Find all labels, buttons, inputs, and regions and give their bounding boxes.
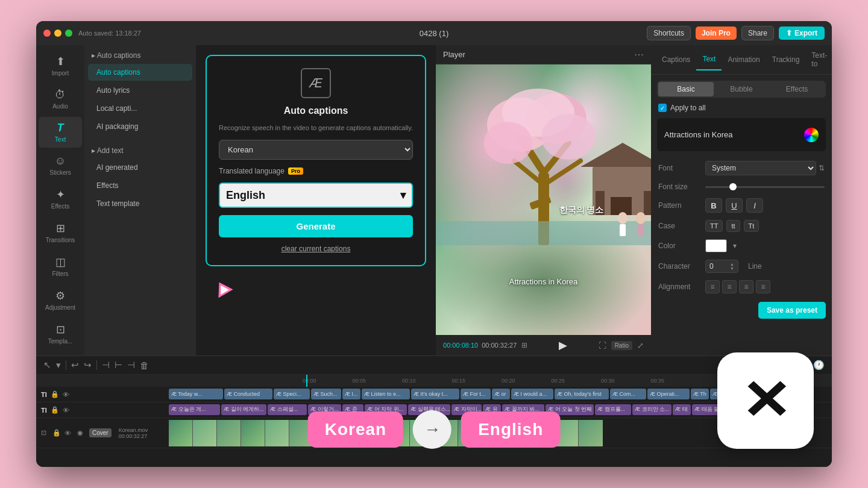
track-visibility-icon2[interactable]: 👁 (63, 407, 69, 414)
clip-ko-3[interactable]: Æ 스페셜... (268, 404, 307, 415)
clip-ko-5[interactable]: Æ 준 (342, 404, 363, 415)
align-left-button[interactable]: ≡ (705, 280, 720, 293)
color-swatch[interactable] (705, 239, 727, 252)
tab-animation[interactable]: Animation (722, 49, 766, 70)
minimize-button[interactable] (54, 30, 61, 37)
tool-filters[interactable]: ◫ Filters (39, 251, 82, 282)
clip-ko-13[interactable]: Æ 코리안 소... (632, 404, 671, 415)
char-down-icon[interactable]: ▼ (730, 266, 734, 271)
clip-en-2[interactable]: Æ Conducted (224, 389, 272, 399)
export-button[interactable]: ⬆ Export (779, 27, 825, 40)
redo-icon[interactable]: ↪ (84, 360, 92, 371)
shortcuts-button[interactable]: Shortcuts (647, 26, 691, 40)
track-lock-video-icon[interactable]: 🔒 (52, 429, 61, 437)
trim-left-icon[interactable]: ⊢ (115, 360, 122, 371)
align-center-button[interactable]: ≡ (722, 280, 737, 293)
dropdown-tool-icon[interactable]: ▾ (56, 360, 61, 371)
tab-tracking[interactable]: Tracking (766, 49, 806, 70)
tool-stickers[interactable]: ☺ Stickers (39, 150, 82, 181)
track-vis-video-icon[interactable]: 👁 (64, 430, 71, 437)
sidebar-item-auto-captions[interactable]: Auto captions (88, 64, 192, 81)
titlecase-button[interactable]: Tt (744, 220, 760, 232)
track-lock-icon2[interactable]: 🔒 (51, 406, 59, 414)
italic-button[interactable]: I (746, 198, 763, 213)
clip-ko-4[interactable]: Æ 이렇거... (308, 404, 341, 415)
play-button[interactable]: ▶ (559, 339, 567, 352)
clip-en-9[interactable]: Æ or (492, 389, 510, 399)
fontsize-slider[interactable] (705, 186, 825, 188)
fullscreen-button[interactable] (65, 30, 72, 37)
character-input[interactable]: 0 ▲ ▼ (705, 260, 738, 273)
clip-en-8[interactable]: Æ For t... (461, 389, 491, 399)
player-menu-icon[interactable]: ⋯ (634, 49, 644, 60)
split-icon[interactable]: ⊣ (102, 360, 110, 371)
ratio-button[interactable]: Ratio (611, 341, 632, 350)
clock-icon[interactable]: 🕐 (813, 360, 825, 371)
tab-captions[interactable]: Captions (656, 49, 696, 70)
style-tab-effects[interactable]: Effects (769, 82, 825, 96)
translated-lang-select[interactable]: English ▾ (219, 183, 413, 208)
clip-ko-2[interactable]: Æ 길이 에게하... (221, 404, 266, 415)
align-justify-button[interactable]: ≡ (756, 280, 770, 293)
clip-ko-8[interactable]: Æ 자막이... (451, 404, 482, 415)
clip-ko-9[interactable]: Æ 유 (483, 404, 501, 415)
clip-ko-11[interactable]: Æ 어 오늘 첫 번째 게... (546, 404, 594, 415)
track-lock-icon[interactable]: 🔒 (51, 390, 59, 398)
font-select[interactable]: System (705, 161, 816, 175)
save-preset-button[interactable]: Save as preset (758, 302, 826, 319)
sidebar-item-text-template[interactable]: Text template (88, 195, 192, 212)
sidebar-item-ai-packaging[interactable]: AI packaging (88, 118, 192, 135)
tool-import[interactable]: ⬆ Import (39, 50, 82, 81)
trim-right-icon[interactable]: ⊣ (127, 360, 135, 371)
slider-thumb[interactable] (729, 183, 737, 190)
tab-text[interactable]: Text (696, 49, 722, 70)
share-button[interactable]: Share (741, 26, 774, 40)
clip-en-1[interactable]: Æ Today w... (169, 389, 223, 399)
apply-all-checkbox[interactable]: ✓ (658, 104, 667, 112)
style-tab-basic[interactable]: Basic (658, 82, 714, 96)
clip-en-3[interactable]: Æ Speci... (274, 389, 310, 399)
clip-en-4[interactable]: Æ Such... (311, 389, 341, 399)
clip-en-7[interactable]: Æ It's okay t... (411, 389, 459, 399)
clear-captions-link[interactable]: clear current captions (281, 245, 351, 253)
uppercase-button[interactable]: TT (705, 220, 723, 232)
undo-icon[interactable]: ↩ (71, 360, 79, 371)
sidebar-item-auto-lyrics[interactable]: Auto lyrics (88, 82, 192, 99)
fullscreen-player-icon[interactable]: ⛶ (599, 341, 606, 350)
sidebar-item-effects[interactable]: Effects (88, 177, 192, 194)
char-up-icon[interactable]: ▲ (730, 262, 734, 266)
clip-en-14[interactable]: Æ Th (691, 389, 709, 399)
color-dropdown-icon[interactable]: ▾ (733, 242, 737, 250)
clip-ko-7[interactable]: Æ 실력을 테스... (408, 404, 450, 415)
lowercase-button[interactable]: tt (726, 220, 740, 232)
sidebar-item-ai-generated[interactable]: AI generated (88, 159, 192, 176)
clip-en-13[interactable]: Æ Operati... (647, 389, 690, 399)
clip-en-12[interactable]: Æ Com... (610, 389, 646, 399)
style-tab-bubble[interactable]: Bubble (714, 82, 769, 96)
underline-button[interactable]: U (726, 198, 743, 213)
clip-ko-10[interactable]: Æ 꼴까지 봐... (502, 404, 544, 415)
tool-text[interactable]: T Text (39, 117, 82, 148)
clip-ko-12[interactable]: Æ 캠프를... (595, 404, 631, 415)
tool-template[interactable]: ⊡ Templa... (39, 318, 82, 349)
cursor-tool-icon[interactable]: ↖ (43, 360, 51, 371)
clip-en-5[interactable]: Æ I... (342, 389, 360, 399)
expand-icon[interactable]: ⤢ (637, 341, 644, 350)
close-button[interactable] (43, 30, 51, 37)
sidebar-item-local-captions[interactable]: Local capti... (88, 100, 192, 117)
bold-button[interactable]: B (705, 198, 722, 213)
generate-button[interactable]: Generate (219, 215, 413, 237)
delete-icon[interactable]: 🗑 (140, 360, 149, 371)
tab-text-to[interactable]: Text-to (805, 45, 832, 74)
clip-ko-1[interactable]: Æ 오늘은 게... (169, 404, 220, 415)
language-select[interactable]: Korean English Japanese (219, 140, 413, 160)
clip-en-6[interactable]: Æ Listen to e... (362, 389, 410, 399)
clip-en-10[interactable]: Æ I would a... (511, 389, 553, 399)
clip-ko-14[interactable]: Æ 태 (673, 404, 691, 415)
tool-transitions[interactable]: ⊞ Transitions (39, 217, 82, 248)
clip-en-11[interactable]: Æ Oh, today's first (555, 389, 609, 399)
clip-ko-6[interactable]: Æ 어 자막 위... (365, 404, 407, 415)
join-pro-button[interactable]: Join Pro (696, 27, 737, 40)
tool-adjustment[interactable]: ⚙ Adjustment (39, 284, 82, 316)
tool-effects[interactable]: ✦ Effects (39, 183, 82, 214)
